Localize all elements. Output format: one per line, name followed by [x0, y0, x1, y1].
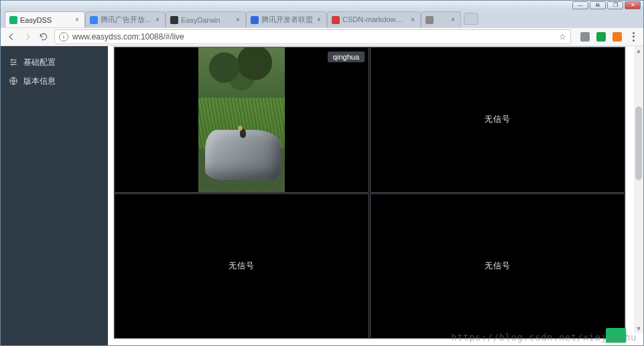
no-signal-text: 无信号: [485, 260, 511, 272]
minimize-button[interactable]: —: [572, 1, 588, 9]
sidebar-item-label: 版本信息: [23, 76, 56, 87]
browser-tab[interactable]: EasyDarwin ×: [166, 11, 246, 27]
tab-title: 腾讯广告开放...: [101, 15, 151, 25]
video-thumbnail: [198, 48, 285, 192]
video-grid: qinghua 无信号 无信号 无信号: [113, 46, 626, 339]
tab-title: 腾讯开发者联盟: [261, 15, 313, 25]
favicon-icon: [90, 16, 98, 24]
favicon-icon: [170, 16, 178, 24]
browser-tab[interactable]: 腾讯广告开放... ×: [85, 11, 166, 27]
restore-button[interactable]: ❐: [607, 1, 623, 9]
tab-title: EasyDarwin: [181, 16, 232, 24]
tab-close-icon[interactable]: ×: [74, 17, 80, 23]
browser-toolbar: i www.easydss.com:10088/#/live ☆: [1, 27, 643, 46]
browser-tab[interactable]: 腾讯开发者联盟 ×: [246, 11, 327, 27]
tab-title: EasyDSS: [20, 16, 71, 24]
app: 基础配置 版本信息: [1, 46, 643, 345]
video-cell-4[interactable]: 无信号: [370, 193, 625, 339]
tab-close-icon[interactable]: ×: [154, 17, 161, 23]
back-button[interactable]: [6, 31, 17, 42]
tabstrip: EasyDSS × 腾讯广告开放... × EasyDarwin × 腾讯开发者…: [1, 10, 643, 27]
address-bar[interactable]: i www.easydss.com:10088/#/live ☆: [54, 29, 571, 44]
tab-close-icon[interactable]: ×: [235, 17, 241, 23]
favicon-icon: [9, 16, 17, 24]
browser-tab[interactable]: ×: [421, 11, 461, 27]
sidebar-item-label: 基础配置: [23, 57, 56, 68]
video-cell-3[interactable]: 无信号: [114, 193, 369, 339]
browser-window: — ⧉ ❐ ✕ EasyDSS × 腾讯广告开放... × EasyDarwin…: [0, 0, 644, 346]
sidebar-item-version-info[interactable]: 版本信息: [1, 72, 108, 90]
scroll-down-icon[interactable]: ▼: [634, 324, 643, 333]
sidebar: 基础配置 版本信息: [1, 46, 108, 345]
site-info-icon[interactable]: i: [59, 32, 68, 41]
video-grid-wrap: qinghua 无信号 无信号 无信号: [113, 46, 626, 345]
scroll-thumb[interactable]: [635, 106, 642, 180]
browser-tab-active[interactable]: EasyDSS ×: [5, 11, 85, 27]
forward-button[interactable]: [22, 31, 33, 42]
favicon-icon: [332, 16, 340, 24]
stream-name-badge: qinghua: [328, 52, 365, 62]
globe-icon: [9, 76, 18, 86]
video-cell-2[interactable]: 无信号: [370, 47, 625, 193]
content-area: qinghua 无信号 无信号 无信号 ▲ ▼: [108, 46, 643, 345]
extension-shield-icon[interactable]: [596, 32, 606, 41]
sliders-icon: [9, 58, 18, 67]
favicon-icon: [251, 16, 259, 24]
browser-tab[interactable]: CSDN-markdown编辑... ×: [327, 11, 421, 27]
url-text: www.easydss.com:10088/#/live: [72, 32, 184, 41]
arrow-right-icon: [23, 32, 32, 41]
bookmark-star-icon[interactable]: ☆: [559, 32, 566, 41]
tab-title: CSDN-markdown编辑...: [342, 15, 407, 25]
window-close-button[interactable]: ✕: [625, 1, 641, 9]
reload-button[interactable]: [38, 31, 49, 42]
browser-menu-button[interactable]: [629, 31, 638, 42]
scroll-up-icon[interactable]: ▲: [634, 46, 643, 56]
extension-icon[interactable]: [613, 32, 622, 41]
maximize-button[interactable]: ⧉: [590, 1, 606, 9]
tab-close-icon[interactable]: ×: [409, 17, 416, 23]
no-signal-text: 无信号: [229, 260, 255, 272]
no-signal-text: 无信号: [485, 114, 511, 125]
extension-icon[interactable]: [580, 32, 590, 41]
sidebar-item-basic-config[interactable]: 基础配置: [1, 53, 108, 72]
floating-action-button[interactable]: [606, 328, 626, 343]
new-tab-button[interactable]: [464, 13, 478, 25]
vertical-scrollbar[interactable]: ▲ ▼: [634, 46, 643, 333]
favicon-icon: [426, 16, 434, 24]
reload-icon: [39, 32, 48, 41]
toolbar-extensions: [576, 31, 638, 42]
arrow-left-icon: [7, 32, 16, 41]
titlebar: — ⧉ ❐ ✕: [1, 1, 643, 10]
video-cell-1[interactable]: qinghua: [114, 47, 369, 193]
tab-close-icon[interactable]: ×: [316, 17, 322, 23]
tab-close-icon[interactable]: ×: [450, 17, 456, 23]
